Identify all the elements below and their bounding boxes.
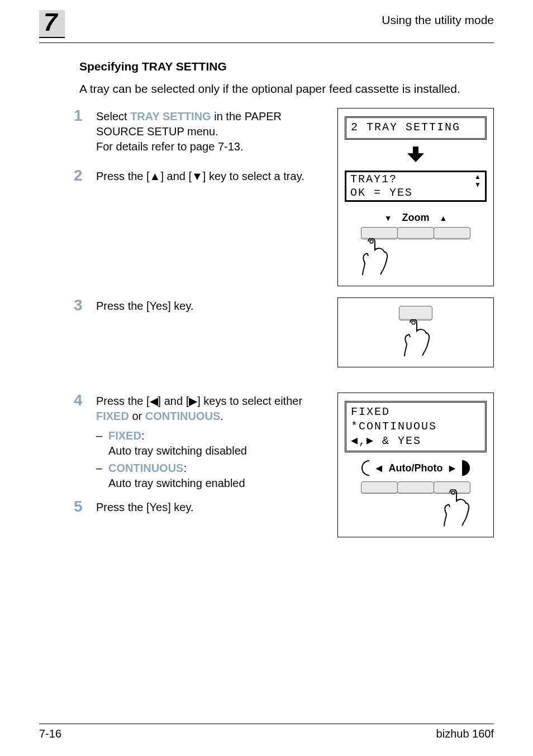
header: 7 Using the utility mode [39, 11, 494, 39]
step-number-2: 2 [74, 168, 96, 183]
step-1-body: Select TRAY SETTING in the PAPER SOURCE … [96, 108, 337, 154]
step-5-body: Press the [Yes] key. [96, 499, 337, 515]
step-4-sublist: FIXED: Auto tray switching disabled CONT… [96, 428, 332, 491]
tray-setting-keyword: TRAY SETTING [130, 110, 211, 122]
lcd-bottom-l1: TRAY1? [350, 173, 397, 186]
figure-step-4: FIXED *CONTINUOUS ◀,▶ & YES ◀ Auto/Photo… [337, 393, 494, 537]
product-name: bizhub 160f [436, 727, 494, 740]
auto-photo-row: ◀ Auto/Photo ▶ [345, 460, 487, 476]
lcd2-l1: FIXED *CONTINUOUS [351, 405, 437, 433]
right-half-disk-icon [462, 460, 470, 476]
lcd-line-bottom: TRAY1? OK = YES ▲▼ [345, 171, 487, 202]
continuous-desc: Auto tray switching enabled [108, 477, 245, 489]
zoom-center-button[interactable] [397, 227, 434, 239]
step-number-5: 5 [74, 499, 96, 514]
steps-list: 1 Select TRAY SETTING in the PAPER SOURC… [74, 108, 494, 537]
footer: 7-16 bizhub 160f [39, 724, 494, 740]
svg-point-2 [451, 491, 455, 494]
chapter-number: 7 [39, 10, 65, 38]
intro-text: A tray can be selected only if the optio… [79, 82, 494, 96]
yes-button[interactable] [399, 306, 432, 320]
fixed-keyword: FIXED [96, 410, 129, 422]
svg-point-1 [412, 321, 415, 324]
right-arrow-icon: ▶ [449, 464, 455, 472]
zoom-up-button[interactable] [434, 227, 470, 239]
fixed-desc: Auto tray switching disabled [108, 445, 247, 457]
step-1-pre: Select [96, 110, 130, 122]
step-number-1: 1 [74, 108, 96, 124]
yes-panel [337, 297, 494, 367]
figure-step-3 [337, 297, 494, 367]
page: 7 Using the utility mode Specifying TRAY… [0, 0, 533, 756]
zoom-down-button[interactable] [361, 227, 398, 239]
svg-point-0 [370, 240, 373, 243]
fixed-colon: : [141, 429, 145, 442]
continuous-colon: : [183, 462, 187, 474]
zoom-row: ▼ Zoom ▲ [345, 212, 487, 224]
step-number-4: 4 [74, 393, 96, 408]
continuous-label: CONTINUOUS [108, 462, 183, 474]
step-2-body: Press the [▲] and [▼] key to select a tr… [96, 168, 337, 184]
zoom-up-icon: ▲ [440, 214, 448, 223]
fixed-item: FIXED: Auto tray switching disabled [96, 428, 332, 459]
left-half-disk-icon [361, 460, 369, 476]
step-1-2-row: 1 Select TRAY SETTING in the PAPER SOURC… [74, 108, 494, 286]
fixed-label: FIXED [108, 429, 141, 442]
center-button[interactable] [397, 481, 434, 494]
auto-photo-label: Auto/Photo [389, 462, 443, 474]
lcd-panel-1: 2 TRAY SETTING TRAY1? OK = YES ▲▼ ▼ Zoom… [337, 108, 494, 286]
step-4-mid: or [129, 410, 145, 422]
step-4-5-row: 4 Press the [◀] and [▶] keys to select e… [74, 393, 494, 537]
zoom-label: Zoom [402, 212, 430, 224]
continuous-keyword: CONTINUOUS [145, 410, 220, 422]
zoom-down-icon: ▼ [384, 214, 392, 223]
zoom-buttons [345, 227, 487, 239]
lcd-line-top: 2 TRAY SETTING [345, 116, 487, 140]
header-rule [39, 42, 494, 43]
footer-rule [39, 724, 494, 724]
left-arrow-icon: ◀ [376, 464, 382, 472]
section-title: Specifying TRAY SETTING [79, 60, 494, 73]
finger-press-icon [345, 319, 487, 359]
lcd-bottom-l2: OK = YES [350, 186, 413, 199]
page-number: 7-16 [39, 727, 61, 740]
header-title: Using the utility mode [382, 13, 494, 27]
left-button[interactable] [361, 481, 398, 494]
step-1-line2: For details refer to page 7-13. [96, 140, 243, 153]
lcd-panel-2: FIXED *CONTINUOUS ◀,▶ & YES ◀ Auto/Photo… [337, 393, 494, 537]
lcd2-l2: ◀,▶ & YES [351, 434, 421, 447]
finger-press-icon [441, 489, 470, 529]
step-4-pre: Press the [◀] and [▶] keys to select eit… [96, 395, 302, 407]
step-4-body: Press the [◀] and [▶] keys to select eit… [96, 393, 337, 493]
figure-step-1-2: 2 TRAY SETTING TRAY1? OK = YES ▲▼ ▼ Zoom… [337, 108, 494, 286]
step-3-body: Press the [Yes] key. [96, 297, 337, 314]
finger-press-icon [359, 238, 388, 278]
continuous-item: CONTINUOUS: Auto tray switching enabled [96, 461, 332, 491]
up-down-arrows-icon: ▲▼ [474, 173, 482, 189]
step-4-post: . [220, 410, 223, 422]
lcd-fixed-continuous: FIXED *CONTINUOUS ◀,▶ & YES [345, 401, 487, 452]
step-number-3: 3 [74, 297, 96, 313]
down-arrow-icon [345, 147, 487, 165]
step-3-row: 3 Press the [Yes] key. [74, 297, 494, 381]
